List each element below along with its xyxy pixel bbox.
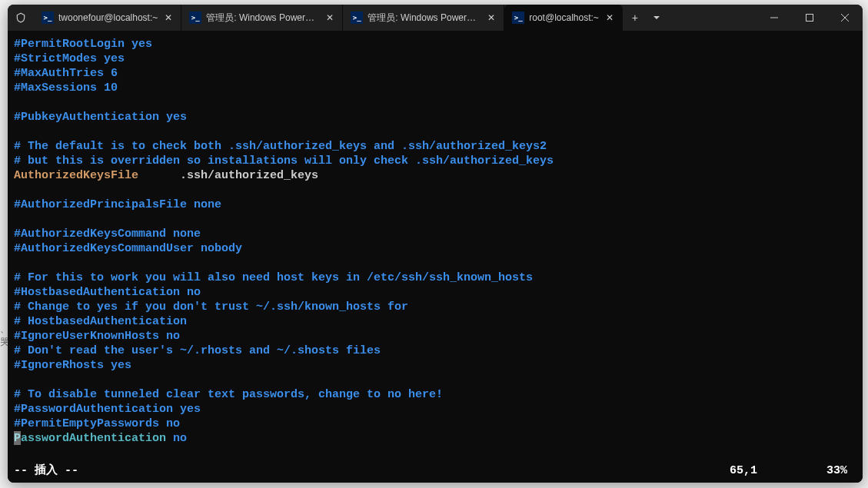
vim-mode: -- 插入 -- [14,463,730,478]
config-line: #PermitEmptyPasswords no [14,417,180,430]
maximize-button[interactable] [792,5,827,31]
tab-label: 管理员: Windows PowerShell [367,12,481,25]
powershell-icon: >_ [351,12,363,24]
close-icon[interactable]: ✕ [324,12,336,24]
background-artifact: 、哭 [0,323,8,349]
config-line: #AuthorizedKeysCommand none [14,227,201,241]
config-line: #AuthorizedKeysCommandUser nobody [14,242,242,255]
close-icon[interactable]: ✕ [485,12,497,24]
config-value: no [166,432,187,445]
config-line: #PubkeyAuthentication yes [14,111,187,124]
comment-line: # HostbasedAuthentication [14,315,187,328]
close-icon[interactable]: ✕ [162,12,175,24]
terminal-window: >_ twoonefour@localhost:~ ✕ >_ 管理员: Wind… [8,5,863,483]
cursor-position: 65,1 [730,463,757,478]
tab-label: 管理员: Windows PowerShell [206,12,319,25]
config-line: #HostbasedAuthentication no [14,286,201,299]
titlebar-left: >_ twoonefour@localhost:~ ✕ >_ 管理员: Wind… [8,5,757,31]
powershell-icon: >_ [512,12,524,24]
config-line: #PermitRootLogin yes [14,38,152,51]
powershell-icon: >_ [42,12,54,24]
tab-3[interactable]: >_ 管理员: Windows PowerShell ✕ [343,5,504,31]
svg-rect-1 [806,15,813,22]
scroll-percent: 33% [826,463,847,478]
config-line: #IgnoreRhosts yes [14,359,131,372]
tab-dropdown-button[interactable] [647,5,666,31]
titlebar: >_ twoonefour@localhost:~ ✕ >_ 管理员: Wind… [8,5,863,31]
config-line: #PasswordAuthentication yes [14,403,201,416]
new-tab-button[interactable]: + [623,5,647,31]
config-line: #IgnoreUserKnownHosts no [14,330,180,343]
config-line: #StrictModes yes [14,52,125,65]
tab-label: root@localhost:~ [529,12,599,23]
tab-label: twoonefour@localhost:~ [58,12,158,23]
config-line: #MaxSessions 10 [14,81,118,95]
config-key: PasswordAuthentication [14,432,166,445]
comment-line: # Change to yes if you don't trust ~/.ss… [14,300,408,314]
powershell-icon: >_ [189,12,201,24]
window-controls [757,5,863,31]
terminal-content[interactable]: #PermitRootLogin yes #StrictModes yes #M… [8,31,863,483]
tab-2[interactable]: >_ 管理员: Windows PowerShell ✕ [181,5,343,31]
config-line: #MaxAuthTries 6 [14,67,118,80]
close-icon[interactable]: ✕ [604,12,616,24]
shield-icon [8,5,34,31]
comment-line: # For this to work you will also need ho… [14,271,533,284]
vim-statusline: -- 插入 -- 65,1 33% [14,463,856,478]
minimize-button[interactable] [757,5,792,31]
comment-line: # The default is to check both .ssh/auth… [14,140,547,153]
comment-line: # but this is overridden so installation… [14,154,554,168]
comment-line: # To disable tunneled clear text passwor… [14,388,443,401]
comment-line: # Don't read the user's ~/.rhosts and ~/… [14,344,381,357]
config-key: AuthorizedKeysFile [14,169,138,182]
tab-1[interactable]: >_ twoonefour@localhost:~ ✕ [34,5,181,31]
cursor [14,431,21,445]
config-line: #AuthorizedPrincipalsFile none [14,198,221,211]
close-window-button[interactable] [827,5,863,31]
config-value: .ssh/authorized_keys [138,169,318,182]
tab-4-active[interactable]: >_ root@localhost:~ ✕ [504,5,623,31]
